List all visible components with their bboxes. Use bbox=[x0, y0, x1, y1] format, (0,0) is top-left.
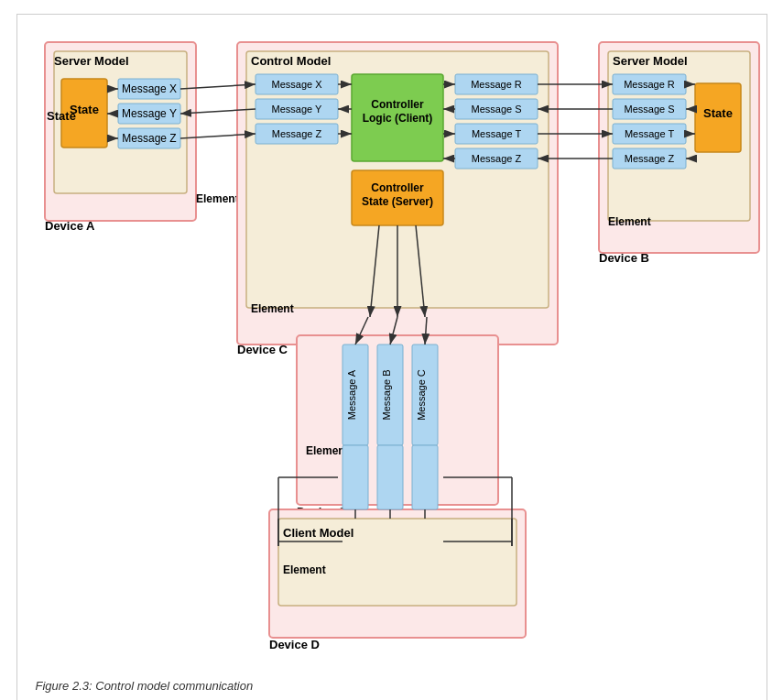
device-b-msg-t: Message T bbox=[624, 128, 673, 139]
ctrl-state-line2: State (Server) bbox=[361, 195, 432, 208]
ctrl-msg-s: Message S bbox=[471, 104, 521, 115]
device-a-msg-y: Message Y bbox=[122, 107, 177, 120]
device-b-state: State bbox=[703, 106, 733, 120]
ctrl-msg-x: Message X bbox=[271, 79, 322, 90]
device-b-msg-z: Message Z bbox=[624, 153, 674, 164]
device-b-msg-r: Message R bbox=[624, 79, 675, 90]
device-b-model-title: Server Model bbox=[613, 54, 688, 68]
device-c-msg-a: Message A bbox=[346, 369, 357, 420]
device-b-msg-s: Message S bbox=[624, 104, 674, 115]
diagram-container: Element Device A Server Model State Stat… bbox=[16, 14, 767, 700]
device-d-label: Device D bbox=[269, 638, 320, 651]
ctrl-msg-r: Message R bbox=[471, 79, 522, 90]
svg-rect-57 bbox=[343, 445, 368, 509]
svg-rect-59 bbox=[412, 445, 438, 509]
client-model-title: Client Model bbox=[283, 526, 353, 540]
device-a-msg-x: Message X bbox=[121, 82, 176, 95]
device-a-state-txt: State bbox=[70, 103, 99, 116]
ctrl-element-label: Element bbox=[251, 302, 294, 315]
ctrl-msg-y: Message Y bbox=[271, 104, 321, 115]
ctrl-logic-line1: Controller bbox=[371, 98, 424, 111]
ctrl-msg-z: Message Z bbox=[271, 128, 321, 139]
ctrl-logic-line2: Logic (Client) bbox=[362, 112, 432, 125]
device-a-element-label: Element bbox=[196, 192, 239, 205]
svg-rect-58 bbox=[377, 445, 403, 509]
device-b-label: Device B bbox=[599, 251, 649, 265]
device-d-element-label: Element bbox=[283, 563, 326, 576]
device-a-msg-z: Message Z bbox=[122, 132, 176, 145]
device-c-msg-c: Message C bbox=[416, 369, 427, 421]
figure-caption-text: Figure 2.3: Control model communication bbox=[36, 679, 254, 693]
device-a-model-title: Server Model bbox=[54, 54, 129, 68]
device-c-msg-b: Message B bbox=[381, 369, 392, 420]
control-model-title: Control Model bbox=[251, 54, 331, 68]
ctrl-msg-z2: Message Z bbox=[471, 153, 521, 164]
device-a-label: Device A bbox=[45, 219, 95, 233]
ctrl-state-line1: Controller bbox=[371, 181, 424, 194]
ctrl-device-label: Device C bbox=[237, 343, 288, 356]
diagram-svg: Element Device A Server Model State Stat… bbox=[36, 33, 759, 665]
figure-caption: Figure 2.3: Control model communication bbox=[36, 679, 748, 693]
device-b-element-label: Element bbox=[608, 215, 651, 228]
ctrl-msg-t: Message T bbox=[471, 128, 520, 139]
diagram-area: Element Device A Server Model State Stat… bbox=[36, 33, 759, 665]
